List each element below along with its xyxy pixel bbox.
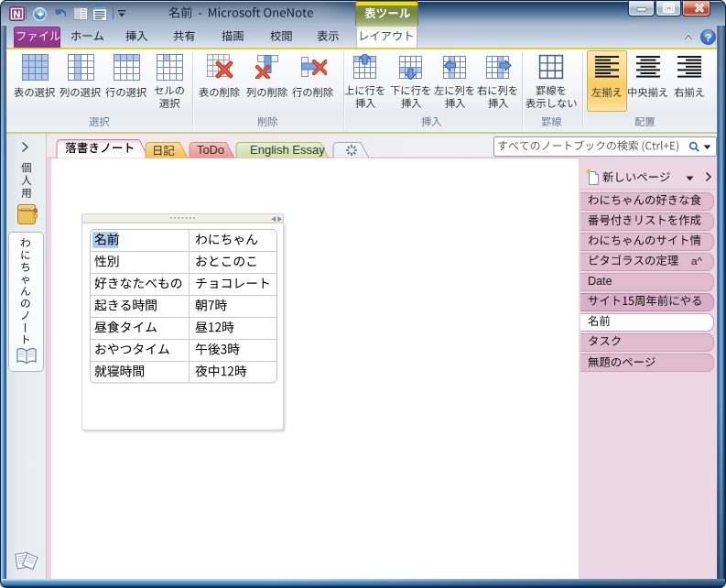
svg-text:?: ?: [705, 31, 711, 42]
svg-text:English Essay: English Essay: [250, 143, 325, 157]
svg-text:ToDo: ToDo: [197, 143, 224, 157]
